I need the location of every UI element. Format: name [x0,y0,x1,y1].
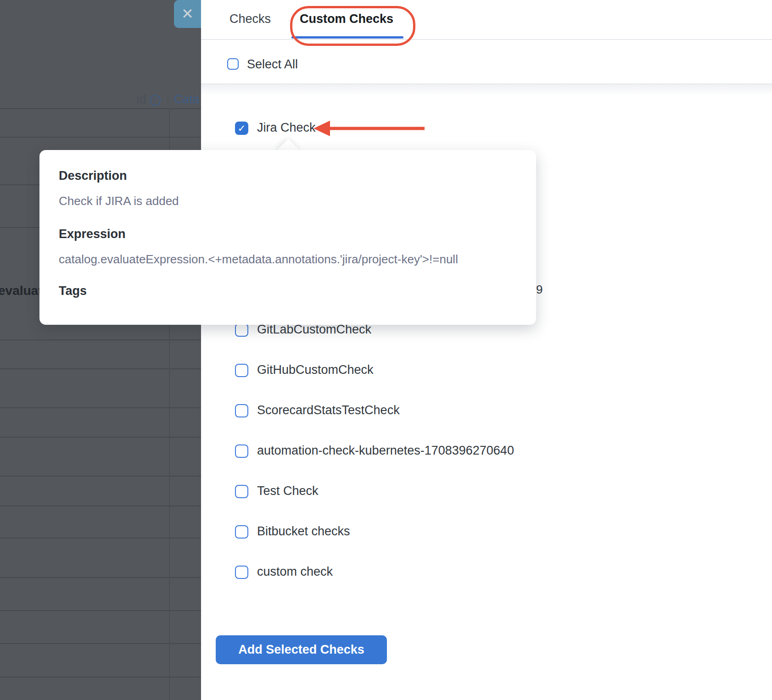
table-row-divider [0,538,201,539]
table-row-divider [0,108,201,109]
check-item-label[interactable]: Bitbucket checks [257,524,350,539]
scroll-shadow [201,84,772,95]
filter-value: Cata [174,92,199,106]
hidden-item-fragment: 9 [536,283,543,297]
close-drawer-button[interactable]: ✕ [174,0,201,28]
table-filter-header: Idi:Cata [136,92,199,106]
tags-label: Tags [59,284,87,298]
select-all-checkbox[interactable] [227,58,239,70]
description-label: Description [59,169,127,183]
tab-custom-checks[interactable]: Custom Checks [300,12,393,26]
checkbox-custom-check[interactable] [235,566,248,579]
description-value: Check if JIRA is added [59,194,179,208]
dimmed-background: Idi:Cata evaluat [0,0,201,700]
checkbox-bitbucket-checks[interactable] [235,525,248,539]
check-item-label[interactable]: automation-check-kubernetes-170839627064… [257,444,514,458]
tab-checks[interactable]: Checks [229,12,271,26]
expression-value: catalog.evaluateExpression.<+metadata.an… [59,252,458,267]
table-row-divider [0,437,201,438]
info-icon: i [150,95,161,106]
screen: Idi:Cata evaluat ✕ Checks Custom Checks … [0,0,772,700]
check-item-label[interactable]: ScorecardStatsTestCheck [257,403,400,417]
background-cell-text: evaluat [0,283,43,298]
add-selected-checks-button[interactable]: Add Selected Checks [216,635,387,664]
table-row-divider [0,368,201,369]
checkbox-scorecardstatstestcheck[interactable] [235,404,248,417]
check-item-label[interactable]: Jira Check [257,121,316,135]
table-row-divider [0,407,201,408]
checkmark-icon: ✓ [238,123,246,133]
select-all-label: Select All [247,57,298,72]
table-row-divider [0,610,201,611]
id-column-label: Id [136,92,146,106]
expression-label: Expression [59,227,126,241]
active-tab-underline [291,36,403,39]
checkbox-githubcustomcheck[interactable] [235,364,248,377]
checkbox-test-check[interactable] [235,485,248,498]
check-details-tooltip: Description Check if JIRA is added Expre… [39,150,536,325]
filter-separator: : [166,92,169,106]
table-row-divider [0,339,201,340]
check-item-label[interactable]: Test Check [257,484,319,498]
table-row-divider [0,643,201,644]
checkbox-jira-check[interactable]: ✓ [235,122,248,135]
checkbox-gitlabcustomcheck[interactable] [235,323,248,337]
table-row-divider [0,577,201,578]
table-row-divider [0,677,201,678]
close-icon: ✕ [181,6,194,22]
tabbar-divider [201,39,772,40]
check-item-label[interactable]: custom check [257,565,333,579]
table-row-divider [0,137,201,138]
table-row-divider [0,476,201,477]
table-row-divider [0,506,201,506]
check-item-label[interactable]: GitHubCustomCheck [257,363,374,377]
checkbox-automation-check-kubernetes[interactable] [235,444,248,458]
checks-drawer-panel [201,0,772,700]
